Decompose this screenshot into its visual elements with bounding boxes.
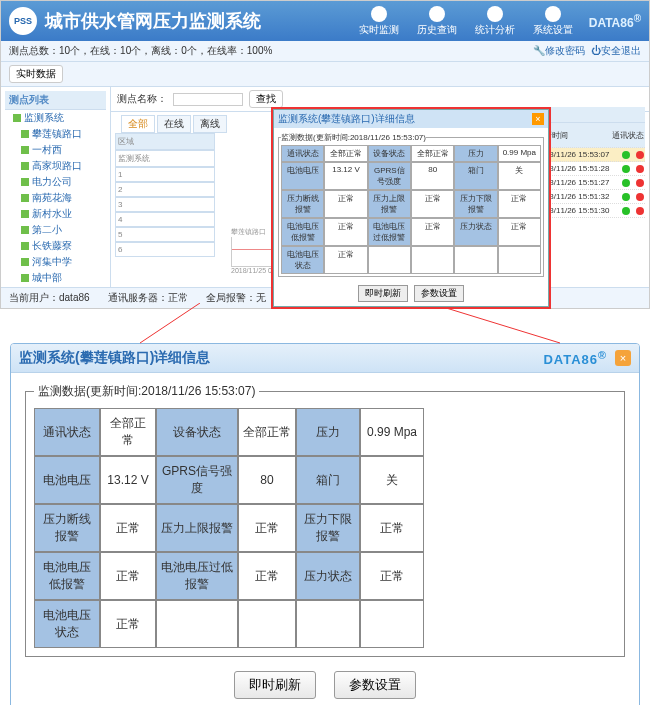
grid-cell: 13.12 V [100, 456, 156, 504]
status-bar: 测点总数：10个，在线：10个，离线：0个，在线率：100% 🔧修改密码 ⏻安全… [1, 41, 649, 62]
node-icon [21, 146, 29, 154]
callout-highlight: 监测系统(攀莲镇路口)详细信息 × 监测数据(更新时间:2018/11/26 1… [271, 107, 551, 309]
grid-cell: 正常 [324, 246, 367, 274]
system-title: 城市供水管网压力监测系统 [45, 9, 261, 33]
grid-cell: 压力下限报警 [296, 504, 360, 552]
menu-label: 系统设置 [533, 23, 573, 37]
tree-item[interactable]: 河集中学 [21, 254, 106, 270]
close-icon[interactable]: × [615, 350, 631, 366]
chart-icon [487, 6, 503, 22]
grid-cell: 正常 [498, 218, 541, 246]
main-panel: 测点名称： 查找 全部 在线 离线 区域 监测系统 123456 [111, 87, 649, 287]
small-data-grid: 通讯状态全部正常设备状态全部正常压力0.99 Mpa电池电压13.12 VGPR… [281, 145, 541, 274]
tree-panel: 测点列表 监测系统 攀莲镇路口一村西高家坝路口电力公司南苑花海新村水业第二小长铁… [1, 87, 111, 287]
status-icon [622, 151, 630, 159]
status-icon [622, 193, 630, 201]
detail-dialog-small: 监测系统(攀莲镇路口)详细信息 × 监测数据(更新时间:2018/11/26 1… [273, 109, 549, 307]
alert-icon [636, 165, 644, 173]
large-dialog-buttons: 即时刷新 参数设置 [25, 671, 625, 699]
grid-cell: 电池电压过低报警 [156, 552, 238, 600]
menu-label: 历史查询 [417, 23, 457, 37]
node-label: 测点名称： [117, 92, 167, 106]
small-legend: 监测数据(更新时间:2018/11/26 15:53:07) [281, 132, 426, 143]
menu-settings[interactable]: 系统设置 [525, 6, 581, 37]
grid-cell: 通讯状态 [34, 408, 100, 456]
tree-header: 测点列表 [5, 91, 106, 110]
node-icon [21, 210, 29, 218]
grid-cell: 压力下限报警 [454, 190, 497, 218]
tab-all[interactable]: 全部 [121, 115, 155, 133]
link-logout[interactable]: ⏻安全退出 [591, 44, 641, 58]
node-icon [21, 274, 29, 282]
menu-history[interactable]: 历史查询 [409, 6, 465, 37]
refresh-button[interactable]: 即时刷新 [358, 285, 408, 302]
menu-label: 实时监测 [359, 23, 399, 37]
tree-item[interactable]: 攀莲镇路口 [21, 126, 106, 142]
node-icon [21, 178, 29, 186]
grid-cell: 正常 [324, 218, 367, 246]
grid-cell: 全部正常 [100, 408, 156, 456]
tree-item[interactable]: 城中部 [21, 270, 106, 286]
params-button[interactable]: 参数设置 [414, 285, 464, 302]
grid-cell: 全部正常 [411, 145, 454, 162]
tree-item[interactable]: 电力公司 [21, 174, 106, 190]
gear-icon [545, 6, 561, 22]
find-button[interactable]: 查找 [249, 90, 283, 108]
large-fieldset: 监测数据(更新时间:2018/11/26 15:53:07) 通讯状态全部正常设… [25, 383, 625, 657]
grid-cell: 80 [411, 162, 454, 190]
header-menu: 实时监测 历史查询 统计分析 系统设置 [351, 6, 581, 37]
node-icon [21, 226, 29, 234]
grid-cell: GPRS信号强度 [368, 162, 411, 190]
node-icon [21, 242, 29, 250]
close-icon[interactable]: × [532, 113, 544, 125]
grid-cell: 正常 [360, 552, 424, 600]
tree-item[interactable]: 一村西 [21, 142, 106, 158]
grid-cell: 电池电压低报警 [34, 552, 100, 600]
link-change-password[interactable]: 🔧修改密码 [533, 44, 585, 58]
app-body: 测点列表 监测系统 攀莲镇路口一村西高家坝路口电力公司南苑花海新村水业第二小长铁… [1, 87, 649, 287]
grid-cell: 13.12 V [324, 162, 367, 190]
node-input[interactable] [173, 93, 243, 106]
tree-root[interactable]: 监测系统 [13, 110, 106, 126]
grid-cell: 全部正常 [324, 145, 367, 162]
node-icon [13, 114, 21, 122]
grid-cell: 压力状态 [454, 218, 497, 246]
grid-cell: 压力断线报警 [281, 190, 324, 218]
grid-cell: 0.99 Mpa [498, 145, 541, 162]
params-button[interactable]: 参数设置 [334, 671, 416, 699]
grid-cell: 压力上限报警 [368, 190, 411, 218]
brand-text: DATA86® [589, 13, 641, 30]
large-dialog-header: 监测系统(攀莲镇路口)详细信息 DATA86® × [11, 344, 639, 373]
realtime-data-button[interactable]: 实时数据 [9, 65, 63, 83]
grid-cell: 压力上限报警 [156, 504, 238, 552]
refresh-button[interactable]: 即时刷新 [234, 671, 316, 699]
status-icon [622, 207, 630, 215]
grid-cell: 正常 [324, 190, 367, 218]
status-icon [622, 165, 630, 173]
tree-item[interactable]: 高家坝路口 [21, 158, 106, 174]
grid-cell: 压力断线报警 [34, 504, 100, 552]
grid-cell: 压力 [454, 145, 497, 162]
grid-cell: 压力 [296, 408, 360, 456]
detail-dialog-large: 监测系统(攀莲镇路口)详细信息 DATA86® × 监测数据(更新时间:2018… [10, 343, 640, 705]
grid-cell: 正常 [100, 504, 156, 552]
grid-cell: 正常 [238, 552, 296, 600]
grid-cell: 电池电压过低报警 [368, 218, 411, 246]
grid-cell: 正常 [238, 504, 296, 552]
tree-item[interactable]: 第二小 [21, 222, 106, 238]
grid-cell: 箱门 [454, 162, 497, 190]
grid-cell: 电池电压状态 [34, 600, 100, 648]
grid-cell: 通讯状态 [281, 145, 324, 162]
grid-cell: 正常 [498, 190, 541, 218]
tree-item[interactable]: 南苑花海 [21, 190, 106, 206]
large-brand: DATA86® [543, 349, 607, 367]
node-icon [21, 130, 29, 138]
menu-realtime[interactable]: 实时监测 [351, 6, 407, 37]
large-dialog-title: 监测系统(攀莲镇路口)详细信息 [19, 349, 210, 367]
tab-online[interactable]: 在线 [157, 115, 191, 133]
node-icon [21, 194, 29, 202]
tree-item[interactable]: 长铁藤寮 [21, 238, 106, 254]
menu-stats[interactable]: 统计分析 [467, 6, 523, 37]
tab-offline[interactable]: 离线 [193, 115, 227, 133]
tree-item[interactable]: 新村水业 [21, 206, 106, 222]
